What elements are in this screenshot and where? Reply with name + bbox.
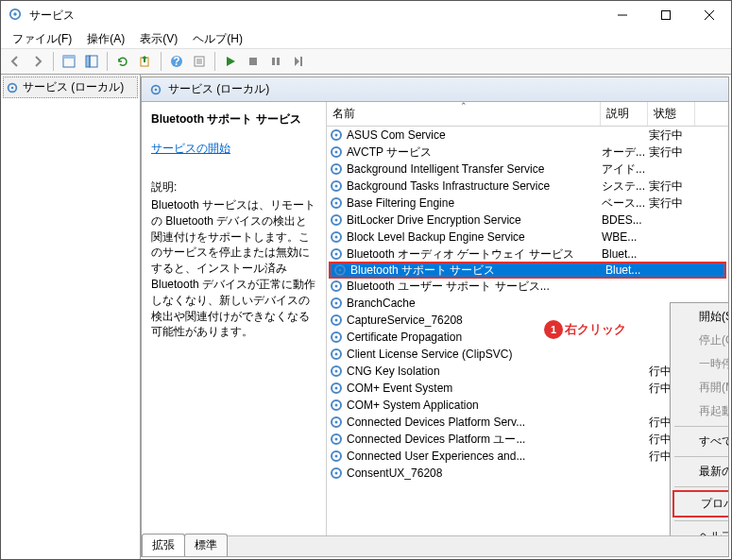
row-name: Block Level Backup Engine Service (347, 230, 602, 244)
back-button[interactable] (5, 51, 26, 72)
row-desc: BDES... (602, 213, 649, 227)
ctx-start[interactable]: 開始(S) (672, 305, 728, 329)
service-row[interactable]: Block Level Backup Engine ServiceWBE... (327, 229, 728, 246)
pause-service-button[interactable] (265, 51, 286, 72)
service-row[interactable]: Connected Devices Platform ユー...行中 (327, 431, 728, 448)
row-name: Connected Devices Platform Serv... (347, 416, 602, 429)
refresh-button[interactable] (112, 51, 133, 72)
svg-point-42 (339, 269, 342, 272)
tabs: 拡張 標準 (142, 535, 728, 556)
service-row[interactable]: Base Filtering Engineベース...実行中 (327, 195, 728, 212)
properties-button[interactable] (189, 51, 210, 72)
svg-point-54 (335, 370, 338, 373)
ctx-alltasks[interactable]: すべてのタスク(K)▶ (672, 430, 728, 453)
col-desc[interactable]: 説明 (601, 102, 648, 126)
list-header: 名前⌃ 説明 状態 (327, 102, 728, 127)
description-text: Bluetooth サービスは、リモートの Bluetooth デバイスの検出と… (151, 197, 316, 340)
menu-file[interactable]: ファイル(F) (5, 29, 79, 48)
view-detail-button[interactable] (81, 51, 102, 72)
right-header-title: サービス (ローカル) (168, 81, 269, 97)
service-row[interactable]: Connected User Experiences and...行中 (327, 448, 728, 465)
service-row[interactable]: ASUS Com Service実行中 (327, 127, 728, 144)
export-button[interactable] (135, 51, 156, 72)
svg-point-60 (335, 421, 338, 424)
row-name: Connected User Experiences and... (347, 450, 602, 463)
service-row[interactable]: Background Tasks Infrastructure Serviceシ… (327, 178, 728, 195)
svg-point-30 (335, 168, 338, 171)
service-row[interactable]: Bluetooth ユーザー サポート サービス... (327, 278, 728, 295)
service-row[interactable]: Certificate Propagation (327, 329, 728, 346)
svg-point-52 (335, 353, 338, 356)
service-row[interactable]: BranchCache (327, 295, 728, 312)
menu-action[interactable]: 操作(A) (79, 29, 132, 48)
description-label: 説明: (151, 179, 316, 195)
stop-service-button[interactable] (243, 51, 264, 72)
row-desc: Bluet... (602, 247, 649, 261)
row-status: 実行中 (649, 178, 726, 195)
row-desc: ベース... (602, 195, 649, 212)
row-name: Background Intelligent Transfer Service (347, 162, 602, 176)
col-status[interactable]: 状態 (648, 102, 695, 126)
service-row[interactable]: COM+ Event System行中 (327, 380, 728, 397)
content: Bluetooth サポート サービス サービスの開始 説明: Bluetoot… (142, 102, 728, 535)
forward-button[interactable] (27, 51, 48, 72)
tab-extended[interactable]: 拡張 (142, 534, 185, 556)
row-name: Bluetooth ユーザー サポート サービス... (347, 279, 602, 295)
row-name: ConsentUX_76208 (347, 467, 602, 480)
svg-point-62 (335, 438, 338, 441)
menu-view[interactable]: 表示(V) (132, 29, 185, 48)
svg-point-48 (335, 319, 338, 322)
service-row[interactable]: CNG Key Isolation行中 (327, 363, 728, 380)
separator (674, 520, 728, 521)
row-desc: オーデ... (602, 144, 649, 161)
start-service-link[interactable]: サービスの開始 (151, 141, 230, 157)
service-row[interactable]: ConsentUX_76208 (327, 465, 728, 482)
service-row[interactable]: CaptureService_76208 (327, 312, 728, 329)
svg-rect-17 (249, 58, 257, 65)
svg-point-1 (13, 12, 17, 16)
gear-icon (149, 83, 162, 96)
row-name: COM+ Event System (347, 382, 602, 395)
app-icon (9, 8, 24, 23)
svg-rect-7 (63, 56, 75, 59)
right-header: サービス (ローカル) (142, 77, 728, 102)
row-name: COM+ System Application (347, 399, 602, 412)
context-menu: 開始(S) 停止(O) 一時停止(U) 再開(M) 再起動(E) すべてのタスク… (670, 302, 728, 535)
service-row[interactable]: Bluetooth サポート サービスBluet... (329, 262, 726, 279)
service-row[interactable]: Connected Devices Platform Serv...行中 (327, 414, 728, 431)
service-row[interactable]: Background Intelligent Transfer Serviceア… (327, 161, 728, 178)
svg-point-36 (335, 219, 338, 222)
service-row[interactable]: Bluetooth オーディオ ゲートウェイ サービスBluet... (327, 246, 728, 263)
close-button[interactable] (688, 1, 731, 29)
svg-point-40 (335, 253, 338, 256)
service-row[interactable]: BitLocker Drive Encryption ServiceBDES..… (327, 212, 728, 229)
ctx-refresh[interactable]: 最新の情報に更新(F) (672, 460, 728, 484)
service-row[interactable]: AVCTP サービスオーデ...実行中 (327, 144, 728, 161)
minimize-button[interactable] (601, 1, 644, 29)
svg-point-66 (335, 472, 338, 475)
svg-point-34 (335, 202, 338, 205)
col-name[interactable]: 名前⌃ (327, 102, 601, 126)
body: サービス (ローカル) サービス (ローカル) Bluetooth サポート サ… (1, 75, 731, 559)
row-desc: WBE... (602, 230, 649, 244)
maximize-button[interactable] (644, 1, 688, 29)
tree-node-services-local[interactable]: サービス (ローカル) (3, 76, 138, 98)
detail-pane: Bluetooth サポート サービス サービスの開始 説明: Bluetoot… (142, 102, 327, 535)
svg-point-44 (335, 285, 338, 288)
service-row[interactable]: Client License Service (ClipSVC) (327, 346, 728, 363)
row-status: 実行中 (649, 195, 726, 212)
tab-standard[interactable]: 標準 (184, 534, 228, 556)
start-service-button[interactable] (220, 51, 241, 72)
row-name: CaptureService_76208 (347, 314, 602, 327)
separator (674, 486, 728, 487)
restart-service-button[interactable] (288, 51, 309, 72)
service-row[interactable]: COM+ System Application (327, 397, 728, 414)
ctx-help[interactable]: ヘルプ(H) (672, 524, 728, 535)
menu-help[interactable]: ヘルプ(H) (185, 29, 250, 48)
help-button[interactable]: ? (166, 51, 187, 72)
row-name: Client License Service (ClipSVC) (347, 348, 602, 361)
ctx-properties[interactable]: プロパティ(R) (672, 490, 728, 518)
menu-bar: ファイル(F) 操作(A) 表示(V) ヘルプ(H) (1, 29, 731, 48)
tree-pane: サービス (ローカル) (1, 75, 141, 559)
view-large-button[interactable] (59, 51, 79, 72)
